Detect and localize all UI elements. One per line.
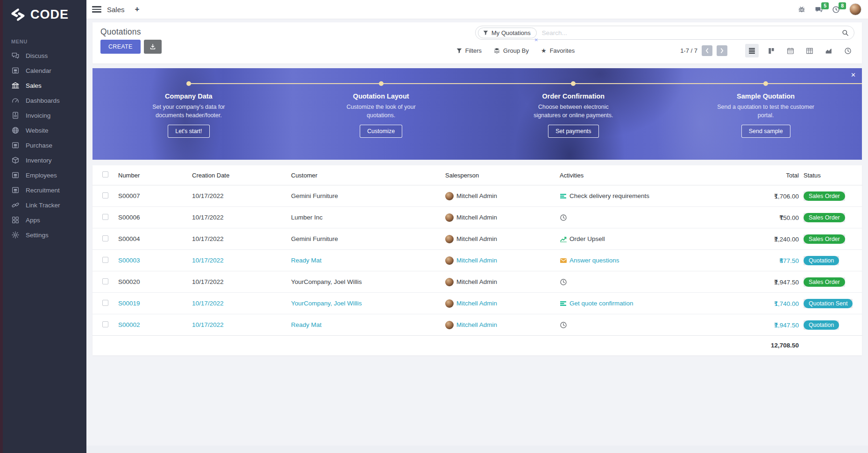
filters-button[interactable]: Filters [456,47,482,54]
sidebar-item-recruitment[interactable]: Recruitment [3,183,86,198]
total-amount: 1,706.00 [774,193,799,200]
envelope-icon [560,257,567,264]
quotation-number: S00003 [118,257,140,264]
quotation-number: S00019 [118,300,140,307]
column-header-total[interactable]: Total [698,165,804,185]
pager: 1-7 / 7 [680,45,727,56]
activity-cell[interactable]: Order Upsell [560,228,696,249]
customer-name: Ready Mat [291,257,321,264]
brand-name: CODE [30,7,69,22]
prev-page-button[interactable] [702,45,712,56]
step-description: Customize the look of your quotations. [332,103,430,120]
total-amount: 750.00 [780,214,799,221]
quotation-number: S00002 [118,321,140,328]
customize-button[interactable]: Customize [360,125,402,138]
table-row[interactable]: S00007 10/17/2022 Gemini Furniture Mitch… [92,185,862,207]
clock-icon [560,278,567,286]
salesperson-name: Mitchell Admin [456,257,497,264]
calendar-view-button[interactable] [784,44,797,57]
row-checkbox[interactable] [102,192,108,198]
table-row[interactable]: S00020 10/17/2022 YourCompany, Joel Will… [92,271,862,293]
table-row[interactable]: S00006 10/17/2022 Lumber Inc Mitchell Ad… [92,207,862,228]
sidebar-item-employees[interactable]: Employees [3,168,86,183]
creation-date: 10/17/2022 [192,257,224,264]
table-row[interactable]: S00003 10/17/2022 Ready Mat Mitchell Adm… [92,250,862,271]
graph-view-button[interactable] [822,44,835,57]
messages-icon[interactable]: 5 [815,6,823,14]
creation-date: 10/17/2022 [192,235,224,242]
list-view-button[interactable] [745,44,759,57]
search-bar[interactable]: My Quotations ✕ Search... [475,26,854,40]
table-row[interactable]: S00004 10/17/2022 Gemini Furniture Mitch… [92,228,862,250]
hamburger-menu-icon[interactable] [92,6,101,13]
new-tab-button[interactable]: + [135,5,140,14]
next-page-button[interactable] [717,45,727,56]
group-by-button[interactable]: Group By [494,47,529,54]
table-row[interactable]: S00002 10/17/2022 Ready Mat Mitchell Adm… [92,314,862,336]
filters-label: Filters [465,47,482,54]
status-badge: Quotation Sent [804,299,853,308]
status-badge: Quotation [804,256,839,265]
quotation-number: S00006 [118,214,140,221]
customer-name: Gemini Furniture [291,235,338,242]
sidebar-item-website[interactable]: Website [3,123,86,138]
user-avatar[interactable] [849,3,861,15]
select-all-checkbox[interactable] [102,171,108,177]
row-checkbox[interactable] [102,214,108,220]
export-button[interactable] [144,40,162,54]
salesperson-avatar [445,235,454,243]
kanban-view-button[interactable] [765,44,778,57]
step-title: Company Data [165,92,213,100]
sidebar-item-label: Purchase [26,142,52,149]
facet-remove-icon[interactable]: ✕ [534,37,538,42]
activity-cell[interactable] [560,314,696,335]
sidebar-item-settings[interactable]: Settings [3,227,86,242]
quotation-number: S00020 [118,278,140,285]
activity-cell[interactable]: Check delivery requirements [560,185,696,206]
activity-view-button[interactable] [841,44,854,57]
search-icon[interactable] [842,29,849,36]
sidebar-item-purchase[interactable]: Purchase [3,138,86,153]
column-header-number[interactable]: Number [118,165,192,185]
favorites-button[interactable]: ★ Favorites [541,47,575,54]
sidebar-item-dashboards[interactable]: Dashboards [3,93,86,108]
sidebar-item-invoicing[interactable]: Invoicing [3,108,86,123]
group-by-label: Group By [503,47,529,54]
table-row[interactable]: S00019 10/17/2022 YourCompany, Joel Will… [92,293,862,314]
pivot-view-button[interactable] [803,44,816,57]
sidebar-item-calendar[interactable]: Calendar [3,63,86,78]
activities-clock-icon[interactable]: 8 [832,6,840,14]
sidebar-item-discuss[interactable]: Discuss [3,48,86,63]
sidebar-item-link-tracker[interactable]: Link Tracker [3,198,86,212]
globe-icon [11,126,20,134]
row-checkbox[interactable] [102,257,108,263]
activity-cell[interactable]: Answer questions [560,250,696,271]
sidebar-item-inventory[interactable]: Inventory [3,153,86,168]
row-checkbox[interactable] [102,235,108,241]
column-header-activities[interactable]: Activities [560,165,698,185]
row-checkbox[interactable] [102,278,108,284]
activity-cell[interactable]: Get quote confirmation [560,293,696,314]
app-logo[interactable]: CODE [3,0,86,27]
column-header-status[interactable]: Status [804,165,862,185]
set-payments-button[interactable]: Set payments [548,125,598,138]
filter-funnel-icon [456,48,462,54]
clock-icon [560,214,567,221]
customer-name: YourCompany, Joel Willis [291,300,362,307]
row-checkbox[interactable] [102,300,108,306]
activity-cell[interactable] [560,207,696,228]
debug-bug-icon[interactable] [798,6,805,13]
sidebar-item-sales[interactable]: Sales [3,78,86,93]
current-app-name[interactable]: Sales [107,6,125,14]
column-header-creation-date[interactable]: Creation Date [192,165,291,185]
lets-start-button[interactable]: Let's start! [168,125,209,138]
activity-cell[interactable] [560,271,696,292]
column-header-customer[interactable]: Customer [291,165,445,185]
search-facet-my-quotations[interactable]: My Quotations ✕ [478,28,537,38]
send-sample-button[interactable]: Send sample [741,125,790,138]
row-checkbox[interactable] [102,321,108,327]
column-header-salesperson[interactable]: Salesperson [445,165,560,185]
sidebar-item-apps[interactable]: Apps [3,212,86,227]
create-button[interactable]: CREATE [100,40,141,54]
bank-building-icon [11,81,20,90]
